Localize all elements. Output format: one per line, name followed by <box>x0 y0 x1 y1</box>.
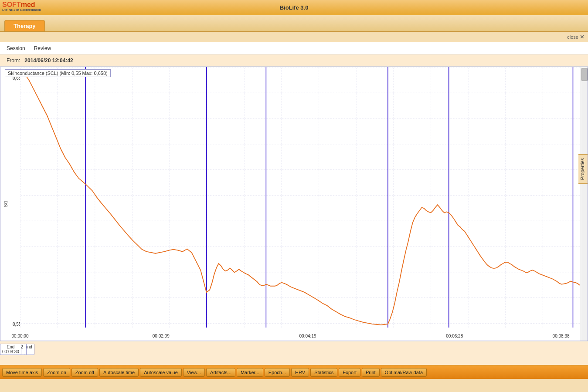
close-bar: close ✕ <box>0 32 588 42</box>
close-button[interactable]: close ✕ <box>567 34 585 40</box>
logo-soft: SOFT <box>2 1 21 8</box>
menu-bar: Session Review <box>0 42 588 54</box>
btn-statistics[interactable]: Statistics <box>310 368 337 377</box>
marker-end: End 00:08:30 <box>0 344 21 355</box>
from-label: From: <box>7 57 20 64</box>
app-title: BioLife 3.0 <box>280 4 309 11</box>
x-label-2: 00:04:19 <box>299 334 316 338</box>
logo: SOFTmed Die Nr.1 in Biofeedback <box>2 1 46 15</box>
chart-svg <box>20 67 580 328</box>
vertical-scrollbar[interactable] <box>581 67 588 341</box>
title-bar: SOFTmed Die Nr.1 in Biofeedback BioLife … <box>0 0 588 15</box>
btn-view[interactable]: View... <box>183 368 205 377</box>
btn-move-time-axis[interactable]: Move time axis <box>2 368 42 377</box>
btn-print[interactable]: Print <box>362 368 380 377</box>
chart-signal-label: Skinconductance (SCL) (Min: 0,55 Max: 0,… <box>5 69 111 77</box>
btn-export[interactable]: Export <box>339 368 360 377</box>
x-label-4: 00:08:38 <box>553 334 570 338</box>
marker-end-time: 00:08:30 <box>2 349 19 354</box>
x-label-3: 00:06:28 <box>446 334 463 338</box>
x-label-0: 00:00:00 <box>12 334 29 338</box>
svg-rect-1 <box>20 67 580 328</box>
btn-autoscale-time[interactable]: Autoscale time <box>99 368 139 377</box>
from-bar: From: 2014/06/20 12:04:42 <box>0 54 588 67</box>
scrollbar-thumb[interactable] <box>581 68 588 81</box>
markers-area: Baseline 00:00:30 Stressor Sound 00:02:3… <box>0 341 588 365</box>
bottom-toolbar: Move time axis Zoom on Zoom off Autoscal… <box>0 365 588 379</box>
btn-epoch[interactable]: Epoch... <box>265 368 290 377</box>
close-icon[interactable]: ✕ <box>580 34 585 40</box>
tab-bar: Therapy <box>0 15 588 32</box>
chart-container: Skinconductance (SCL) (Min: 0,55 Max: 0,… <box>0 67 588 341</box>
btn-artifacts[interactable]: Artifacts... <box>206 368 235 377</box>
properties-tab[interactable]: Properties <box>578 154 588 184</box>
btn-zoom-on[interactable]: Zoom on <box>43 368 70 377</box>
marker-end-label: End <box>2 345 19 349</box>
btn-zoom-off[interactable]: Zoom off <box>71 368 98 377</box>
btn-optimal-raw[interactable]: Optimal/Raw data <box>381 368 427 377</box>
x-label-1: 00:02:09 <box>153 334 170 338</box>
btn-autoscale-value[interactable]: Autoscale value <box>140 368 182 377</box>
close-label: close <box>567 34 578 40</box>
logo-subtitle: Die Nr.1 in Biofeedback <box>2 8 41 12</box>
menu-session[interactable]: Session <box>7 45 25 51</box>
btn-marker[interactable]: Marker... <box>237 368 263 377</box>
tab-therapy[interactable]: Therapy <box>4 20 45 31</box>
from-value: 2014/06/20 12:04:42 <box>24 57 73 64</box>
chart-area <box>20 67 580 328</box>
menu-review[interactable]: Review <box>34 45 51 51</box>
y-axis-label: S/1 <box>3 200 8 207</box>
btn-hrv[interactable]: HRV <box>291 368 309 377</box>
logo-med: med <box>21 1 35 8</box>
